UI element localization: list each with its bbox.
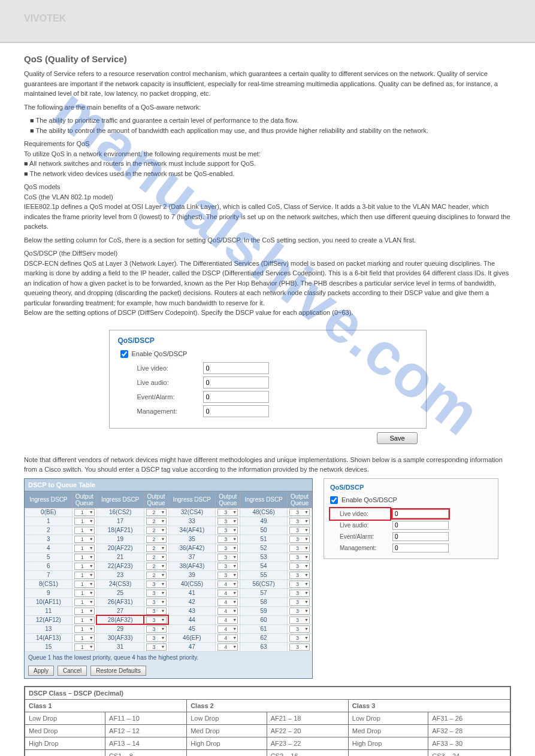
dscp-dec-h3: Class 3	[348, 699, 510, 712]
sm-event-alarm-input[interactable]	[392, 532, 449, 541]
output-queue-select[interactable]: 2▼	[146, 572, 167, 579]
output-queue-select[interactable]: 3▼	[217, 509, 238, 516]
output-queue-select[interactable]: 3▼	[289, 563, 310, 570]
output-queue-select[interactable]: 3▼	[289, 617, 310, 624]
brand: VIVOTEK	[0, 0, 535, 37]
qos-panel: QoS/DSCP Enable QoS/DSCP Live video: Liv…	[109, 330, 427, 429]
output-queue-select[interactable]: 4▼	[217, 626, 238, 633]
output-queue-select[interactable]: 3▼	[217, 554, 238, 561]
output-queue-select[interactable]: 3▼	[289, 572, 310, 579]
dscp-dec-h1: Class 1	[25, 699, 187, 712]
para-5: QoS modelsCoS (the VLAN 802.1p model)IEE…	[24, 182, 511, 232]
para-6: Below the setting column for CoS, there …	[24, 235, 511, 245]
output-queue-select[interactable]: 1▼	[74, 563, 95, 570]
output-queue-select[interactable]: 4▼	[217, 581, 238, 588]
output-queue-select[interactable]: 3▼	[146, 599, 167, 606]
sm-management-label: Management:	[330, 542, 390, 554]
dscp-dec-title: DSCP Class – DSCP (Decimal)	[25, 687, 510, 700]
output-queue-select[interactable]: 3▼	[289, 643, 310, 651]
output-queue-select[interactable]: 3▼	[289, 599, 310, 606]
output-queue-select[interactable]: 1▼	[74, 572, 95, 579]
output-queue-select[interactable]: 3▼	[289, 545, 310, 552]
output-queue-select[interactable]: 1▼	[74, 509, 95, 516]
enable-qos-checkbox[interactable]	[120, 350, 128, 358]
dscp-queue-title: DSCP to Queue Table	[25, 479, 312, 491]
output-queue-select[interactable]: 3▼	[146, 617, 167, 624]
output-queue-select[interactable]: 1▼	[74, 545, 95, 552]
sm-management-input[interactable]	[392, 544, 449, 552]
output-queue-select[interactable]: 3▼	[146, 590, 167, 597]
output-queue-select[interactable]: 3▼	[217, 536, 238, 543]
output-queue-select[interactable]: 1▼	[74, 617, 95, 624]
output-queue-select[interactable]: 1▼	[74, 634, 95, 642]
output-queue-select[interactable]: 1▼	[74, 554, 95, 561]
qos-panel-small: QoS/DSCP Enable QoS/DSCP Live video: Liv…	[324, 478, 498, 559]
output-queue-select[interactable]: 1▼	[74, 599, 95, 606]
output-queue-select[interactable]: 2▼	[146, 563, 167, 570]
output-queue-select[interactable]: 3▼	[217, 572, 238, 579]
output-queue-select[interactable]: 3▼	[289, 536, 310, 543]
sm-live-video-label: Live video:	[330, 508, 390, 520]
output-queue-select[interactable]: 3▼	[289, 590, 310, 597]
header-band: VIVOTEK	[0, 0, 535, 43]
qos-enable-row: Enable QoS/DSCP	[118, 348, 418, 360]
output-queue-select[interactable]: 3▼	[217, 545, 238, 552]
output-queue-select[interactable]: 4▼	[217, 608, 238, 615]
save-button[interactable]: Save	[377, 432, 417, 444]
live-audio-input[interactable]	[203, 377, 269, 388]
dscp-queue-table: Ingress DSCPOutput QueueIngress DSCPOutp…	[25, 491, 312, 652]
output-queue-select[interactable]: 2▼	[146, 545, 167, 552]
output-queue-select[interactable]: 4▼	[217, 599, 238, 606]
output-queue-select[interactable]: 1▼	[74, 608, 95, 615]
apply-button[interactable]: Apply	[28, 666, 54, 676]
qos-legend: QoS/DSCP	[118, 336, 418, 345]
sm-live-video-input[interactable]	[392, 509, 449, 518]
output-queue-select[interactable]: 3▼	[289, 518, 310, 525]
output-queue-select[interactable]: 4▼	[217, 634, 238, 642]
output-queue-select[interactable]: 3▼	[217, 563, 238, 570]
output-queue-select[interactable]: 2▼	[146, 536, 167, 543]
output-queue-select[interactable]: 4▼	[217, 617, 238, 624]
output-queue-select[interactable]: 3▼	[217, 527, 238, 534]
output-queue-select[interactable]: 2▼	[146, 527, 167, 534]
output-queue-select[interactable]: 3▼	[146, 608, 167, 615]
cancel-button[interactable]: Cancel	[58, 666, 87, 676]
output-queue-select[interactable]: 2▼	[146, 509, 167, 516]
output-queue-select[interactable]: 3▼	[289, 554, 310, 561]
enable-qos-checkbox-small[interactable]	[330, 496, 338, 504]
qos-small-legend: QoS/DSCP	[330, 484, 492, 491]
enable-qos-label: Enable QoS/DSCP	[132, 350, 188, 357]
output-queue-select[interactable]: 1▼	[74, 527, 95, 534]
output-queue-select[interactable]: 2▼	[146, 554, 167, 561]
output-queue-select[interactable]: 1▼	[74, 536, 95, 543]
para-3: ■ The ability to prioritize traffic and …	[30, 116, 511, 135]
output-queue-select[interactable]: 3▼	[289, 634, 310, 642]
sm-live-audio-input[interactable]	[392, 521, 449, 530]
output-queue-select[interactable]: 3▼	[146, 626, 167, 633]
output-queue-select[interactable]: 3▼	[146, 643, 167, 651]
live-video-input[interactable]	[203, 362, 269, 374]
output-queue-select[interactable]: 4▼	[217, 590, 238, 597]
output-queue-select[interactable]: 4▼	[217, 643, 238, 651]
output-queue-select[interactable]: 1▼	[74, 518, 95, 525]
output-queue-select[interactable]: 2▼	[146, 518, 167, 525]
output-queue-select[interactable]: 3▼	[289, 527, 310, 534]
output-queue-select[interactable]: 3▼	[289, 626, 310, 633]
output-queue-select[interactable]: 3▼	[217, 518, 238, 525]
live-audio-label: Live audio:	[137, 379, 203, 386]
output-queue-select[interactable]: 3▼	[289, 509, 310, 516]
sm-live-audio-label: Live audio:	[330, 520, 390, 531]
output-queue-select[interactable]: 1▼	[74, 581, 95, 588]
output-queue-select[interactable]: 3▼	[289, 581, 310, 588]
management-input[interactable]	[203, 405, 269, 417]
event-alarm-label: Event/Alarm:	[137, 393, 203, 400]
output-queue-select[interactable]: 1▼	[74, 626, 95, 633]
output-queue-select[interactable]: 1▼	[74, 643, 95, 651]
output-queue-select[interactable]: 3▼	[146, 634, 167, 642]
output-queue-select[interactable]: 3▼	[289, 608, 310, 615]
output-queue-select[interactable]: 3▼	[146, 581, 167, 588]
event-alarm-input[interactable]	[203, 391, 269, 403]
output-queue-select[interactable]: 1▼	[74, 590, 95, 597]
restore-defaults-button[interactable]: Restore Defaults	[90, 666, 146, 676]
live-video-label: Live video:	[137, 365, 203, 372]
